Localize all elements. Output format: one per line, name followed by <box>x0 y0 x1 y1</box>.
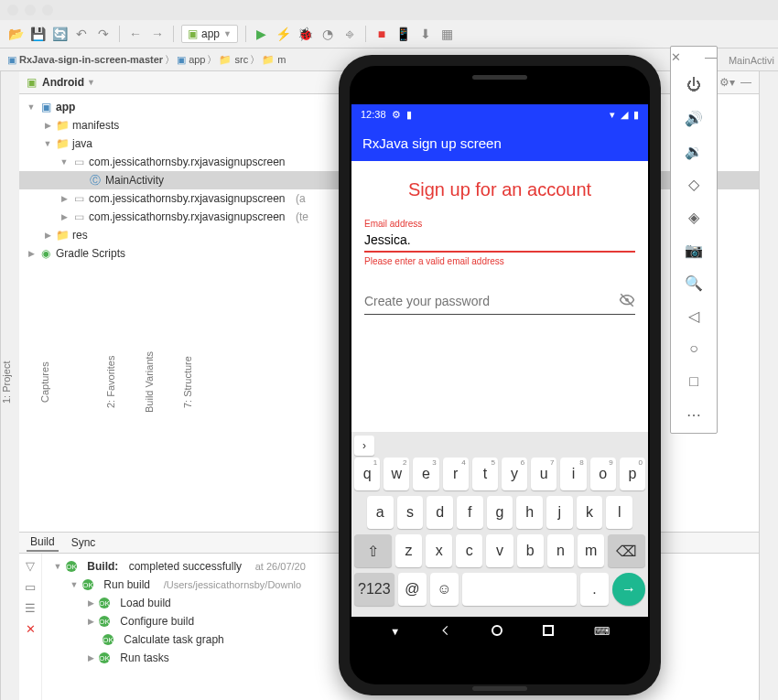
nav-keyboard-icon[interactable]: ⌨ <box>594 625 610 638</box>
undo-icon[interactable]: ↶ <box>73 26 90 42</box>
key-q[interactable]: q1 <box>354 458 380 490</box>
at-key[interactable]: @ <box>398 573 427 606</box>
filter-icon[interactable]: ▭ <box>25 580 36 594</box>
minimize-window[interactable] <box>25 5 36 16</box>
visibility-toggle-icon[interactable] <box>619 292 635 311</box>
key-k[interactable]: k <box>577 496 603 529</box>
open-icon[interactable]: 📂 <box>7 26 24 42</box>
save-icon[interactable]: 💾 <box>29 26 46 42</box>
breadcrumb-item[interactable]: 📁m <box>262 54 286 66</box>
svg-point-1 <box>492 626 502 635</box>
key-i[interactable]: i8 <box>560 458 586 490</box>
breadcrumb-item[interactable]: ▣RxJava-sign-in-screen-master <box>7 54 163 66</box>
key-p[interactable]: p0 <box>620 458 645 490</box>
key-r[interactable]: r4 <box>443 458 469 490</box>
key-n[interactable]: n <box>547 534 574 567</box>
avd-manager-icon[interactable]: 📱 <box>395 26 412 42</box>
period-key[interactable]: . <box>580 573 609 606</box>
emulator-minimize-icon[interactable]: — <box>705 50 717 67</box>
emulator-rotate-left-icon[interactable]: ◇ <box>671 169 717 199</box>
expand-tree-icon[interactable]: ▽ <box>26 559 35 573</box>
key-j[interactable]: j <box>546 496 573 529</box>
zoom-window[interactable] <box>42 5 53 16</box>
emulator-screenshot-icon[interactable]: 📷 <box>671 235 717 264</box>
password-input[interactable] <box>364 288 619 314</box>
keyboard-expand-icon[interactable]: › <box>354 436 374 456</box>
settings-gear-icon[interactable]: ⚙▾ <box>719 76 735 89</box>
key-s[interactable]: s <box>397 496 424 529</box>
key-b[interactable]: b <box>517 534 544 567</box>
emulator-zoom-icon[interactable]: 🔍 <box>671 268 717 297</box>
emulator-volume-up-icon[interactable]: 🔊 <box>671 103 717 133</box>
toggle-icon[interactable]: ☰ <box>25 601 36 615</box>
structure-tool-tab[interactable]: 7: Structure <box>182 352 193 412</box>
key-u[interactable]: u7 <box>531 458 556 490</box>
emulator-power-icon[interactable]: ⏻ <box>671 70 717 100</box>
captures-tool-tab[interactable]: Captures <box>39 358 50 406</box>
backspace-key[interactable]: ⌫ <box>608 534 645 567</box>
nav-back-icon[interactable] <box>439 624 452 640</box>
close-window[interactable] <box>7 5 18 16</box>
run-button[interactable]: ▶ <box>254 26 270 42</box>
key-x[interactable]: x <box>426 534 452 567</box>
key-y[interactable]: y6 <box>502 458 527 490</box>
forward-icon[interactable]: → <box>149 26 166 42</box>
layout-inspector-icon[interactable]: ▦ <box>439 26 456 42</box>
email-input[interactable] <box>364 229 635 253</box>
key-c[interactable]: c <box>456 534 482 567</box>
key-d[interactable]: d <box>427 496 453 529</box>
favorites-tool-tab[interactable]: 2: Favorites <box>105 352 116 412</box>
apply-changes-icon[interactable]: ⚡ <box>276 26 292 42</box>
signup-heading: Sign up for an account <box>364 179 635 200</box>
nav-home-icon[interactable] <box>491 624 503 640</box>
key-z[interactable]: z <box>395 534 422 567</box>
emulator-overview-icon[interactable]: □ <box>671 367 717 396</box>
sync-icon[interactable]: 🔄 <box>51 26 68 42</box>
nav-recents-icon[interactable] <box>542 624 555 640</box>
breadcrumb-item[interactable]: 📁src <box>219 54 248 66</box>
key-o[interactable]: o9 <box>590 458 616 490</box>
sync-tab[interactable]: Sync <box>68 534 100 551</box>
back-icon[interactable]: ← <box>127 26 144 42</box>
key-a[interactable]: a <box>367 496 394 529</box>
debug-button[interactable]: 🐞 <box>297 26 314 42</box>
run-configuration[interactable]: ▣ app ▼ <box>181 25 238 43</box>
key-v[interactable]: v <box>486 534 513 567</box>
key-e[interactable]: e3 <box>413 458 438 490</box>
editor-tab[interactable]: MainActivi <box>725 51 778 70</box>
breadcrumb-item[interactable]: ▣app <box>177 54 205 66</box>
app-bar: RxJava sign up screen <box>351 124 648 161</box>
symbols-key[interactable]: ?123 <box>354 573 394 606</box>
profile-icon[interactable]: ◔ <box>319 26 336 42</box>
emulator-more-icon[interactable]: ⋯ <box>671 400 717 429</box>
window-titlebar <box>0 0 778 20</box>
key-f[interactable]: f <box>457 496 483 529</box>
spacebar-key[interactable] <box>462 573 577 606</box>
key-l[interactable]: l <box>606 496 632 529</box>
close-build-icon[interactable]: ✕ <box>26 622 36 636</box>
sdk-manager-icon[interactable]: ⬇ <box>417 26 434 42</box>
shift-key[interactable]: ⇧ <box>354 534 392 567</box>
key-w[interactable]: w2 <box>384 458 409 490</box>
key-m[interactable]: m <box>578 534 604 567</box>
key-h[interactable]: h <box>516 496 543 529</box>
project-tool-tab[interactable]: 1: Project <box>1 357 12 406</box>
attach-debugger-icon[interactable]: ⎆ <box>341 26 358 42</box>
key-t[interactable]: t5 <box>472 458 498 490</box>
stop-button[interactable]: ■ <box>373 26 390 42</box>
emulator-back-icon[interactable]: ◁ <box>671 301 717 330</box>
emulator-close-icon[interactable]: ✕ <box>671 50 681 67</box>
build-variants-tool-tab[interactable]: Build Variants <box>144 348 155 416</box>
emulator-volume-down-icon[interactable]: 🔉 <box>671 136 717 166</box>
project-view-selector[interactable]: Android▼ <box>42 76 95 89</box>
build-tab[interactable]: Build <box>27 533 59 552</box>
nav-expand-icon[interactable]: ▼ <box>390 626 400 637</box>
redo-icon[interactable]: ↷ <box>95 26 112 42</box>
hide-panel-icon[interactable]: — <box>740 76 751 89</box>
android-icon: ▣ <box>27 76 37 89</box>
emulator-rotate-right-icon[interactable]: ◈ <box>671 202 717 232</box>
emulator-home-icon[interactable]: ○ <box>671 334 717 363</box>
enter-key[interactable]: → <box>612 573 645 606</box>
emoji-key[interactable]: ☺ <box>430 573 459 606</box>
key-g[interactable]: g <box>487 496 513 529</box>
